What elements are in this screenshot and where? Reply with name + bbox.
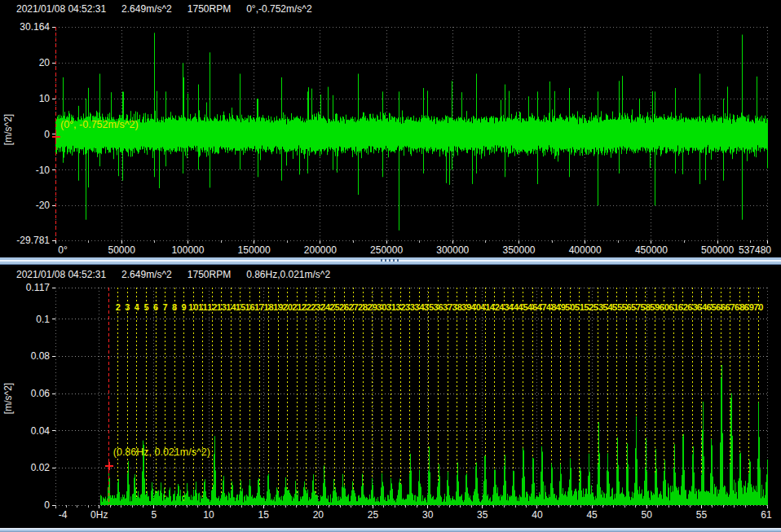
y-tick-label: 0.1 xyxy=(36,314,50,325)
harmonic-number-label: 2 xyxy=(116,302,121,312)
x-tick-label: 150000 xyxy=(238,244,271,256)
harmonic-number-label: 38 xyxy=(452,302,462,312)
spectrum-cursor-annotation: (0.86Hz, 0.021m/s^2) xyxy=(113,446,210,458)
harmonic-number-label: 61 xyxy=(668,302,678,312)
spectrum-plot-area[interactable]: 0.1170.10.080.060.040.020-40Hz5101520253… xyxy=(2,283,779,528)
harmonic-number-label: 59 xyxy=(650,302,660,312)
x-tick-label: 25 xyxy=(368,509,379,521)
harmonic-number-label: 18 xyxy=(264,302,274,312)
harmonic-number-label: 41 xyxy=(480,302,490,312)
x-tick-label: 50000 xyxy=(108,244,136,256)
y-tick-label: 0.04 xyxy=(31,425,51,437)
x-tick-label: 300000 xyxy=(436,244,469,256)
y-tick-label: 30.164 xyxy=(20,21,50,33)
harmonic-number-label: 12 xyxy=(207,302,217,312)
y-tick-label: -10 xyxy=(36,165,51,176)
harmonic-number-label: 7 xyxy=(163,302,168,312)
spectrum-overall-amplitude: 2.649m/s^2 xyxy=(121,269,172,280)
x-tick-label: 400000 xyxy=(569,244,602,256)
harmonic-number-label: 45 xyxy=(518,302,527,312)
y-tick-label: -20 xyxy=(36,200,51,211)
harmonic-number-label: 68 xyxy=(735,302,744,312)
x-tick-label: 30 xyxy=(422,509,434,521)
harmonic-number-label: 4 xyxy=(135,302,140,312)
x-tick-label: 250000 xyxy=(370,244,403,256)
x-tick-label: 45 xyxy=(586,509,598,521)
spectrum-datetime: 2021/01/08 04:52:31 xyxy=(16,269,106,280)
vibration-analyzer-window: 2021/01/08 04:52:31 2.649m/s^2 1750RPM 0… xyxy=(0,0,781,532)
waveform-plot-area[interactable]: 30.16420100-10-20-29.7810°50000100000150… xyxy=(2,17,779,257)
harmonic-number-label: 58 xyxy=(641,302,651,312)
harmonic-number-label: 26 xyxy=(339,302,349,312)
harmonic-number-label: 66 xyxy=(716,302,726,312)
x-tick-label: 61 xyxy=(761,509,772,521)
x-tick-label: 40 xyxy=(532,509,543,521)
harmonic-number-label: 32 xyxy=(395,302,405,312)
x-tick-label: 20 xyxy=(313,509,324,521)
harmonic-number-label: 21 xyxy=(292,302,302,312)
harmonic-number-label: 67 xyxy=(725,302,735,312)
x-tick-label: 0Hz xyxy=(90,509,108,521)
harmonic-number-label: 65 xyxy=(706,302,716,312)
x-tick-label: 35 xyxy=(477,509,488,521)
spectrum-trace xyxy=(101,365,768,505)
spectrum-panel: 2021/01/08 04:52:31 2.649m/s^2 1750RPM 0… xyxy=(2,266,779,528)
harmonic-number-label: 47 xyxy=(536,302,546,312)
spectrum-cursor-readout: 0.86Hz,0.021m/s^2 xyxy=(246,269,330,280)
harmonic-number-label: 5 xyxy=(143,302,148,312)
harmonic-number-label: 42 xyxy=(490,302,500,312)
harmonic-number-label: 40 xyxy=(471,302,481,312)
harmonic-number-label: 22 xyxy=(302,302,311,312)
spectrum-chart-container: [m/s^2] 0.1170.10.080.060.040.020-40Hz51… xyxy=(2,283,779,528)
harmonic-number-label: 62 xyxy=(678,302,688,312)
waveform-cursor-annotation: (0°, -0.752m/s^2) xyxy=(60,119,139,130)
harmonic-number-label: 37 xyxy=(443,302,452,312)
time-waveform-panel: 2021/01/08 04:52:31 2.649m/s^2 1750RPM 0… xyxy=(2,1,779,257)
harmonic-number-label: 19 xyxy=(273,302,283,312)
x-tick-label: 450000 xyxy=(635,244,668,256)
harmonic-number-label: 49 xyxy=(556,302,566,312)
harmonic-number-label: 36 xyxy=(433,302,443,312)
harmonic-number-label: 39 xyxy=(461,302,471,312)
harmonic-number-label: 55 xyxy=(612,302,622,312)
harmonic-number-label: 6 xyxy=(153,302,158,312)
panel-splitter[interactable] xyxy=(0,257,781,266)
harmonic-number-label: 10 xyxy=(188,302,198,312)
harmonic-number-label: 35 xyxy=(424,302,434,312)
waveform-trace xyxy=(56,33,768,230)
harmonic-number-label: 8 xyxy=(172,302,177,312)
y-tick-label: 10 xyxy=(39,93,51,104)
harmonic-number-label: 28 xyxy=(358,302,368,312)
x-tick-label: 15 xyxy=(258,509,270,521)
y-tick-label: 0.06 xyxy=(31,388,51,399)
waveform-cursor-readout: 0°,-0.752m/s^2 xyxy=(246,3,311,15)
harmonic-number-label: 9 xyxy=(182,302,187,312)
harmonic-number-label: 52 xyxy=(584,302,593,312)
harmonic-number-label: 15 xyxy=(236,302,245,312)
harmonic-number-label: 69 xyxy=(744,302,754,312)
x-tick-label: -4 xyxy=(59,509,68,521)
x-tick-label: 100000 xyxy=(171,244,204,256)
harmonic-number-label: 56 xyxy=(621,302,631,312)
y-tick-label: -29.781 xyxy=(16,235,50,246)
waveform-header: 2021/01/08 04:52:31 2.649m/s^2 1750RPM 0… xyxy=(2,1,779,17)
x-tick-label: 537480 xyxy=(739,244,771,256)
x-tick-label: 500000 xyxy=(701,244,734,256)
harmonic-number-label: 43 xyxy=(499,302,509,312)
harmonic-number-label: 25 xyxy=(329,302,339,312)
harmonic-number-label: 57 xyxy=(631,302,641,312)
spectrum-cursor[interactable] xyxy=(105,288,113,505)
spectrum-rpm: 1750RPM xyxy=(188,269,231,280)
harmonic-number-label: 16 xyxy=(245,302,254,312)
harmonic-number-label: 31 xyxy=(386,302,396,312)
harmonic-number-label: 51 xyxy=(575,302,585,312)
x-tick-label: 10 xyxy=(203,509,214,521)
harmonic-number-label: 17 xyxy=(254,302,264,312)
waveform-rpm: 1750RPM xyxy=(188,3,231,15)
splitter-grip-icon[interactable] xyxy=(381,259,400,262)
harmonic-number-label: 53 xyxy=(593,302,603,312)
harmonic-number-label: 70 xyxy=(753,302,763,312)
harmonic-number-labels: 2345678910111213141516171819202122232425… xyxy=(116,302,764,312)
harmonic-number-label: 33 xyxy=(405,302,415,312)
x-tick-label: 55 xyxy=(696,509,708,521)
